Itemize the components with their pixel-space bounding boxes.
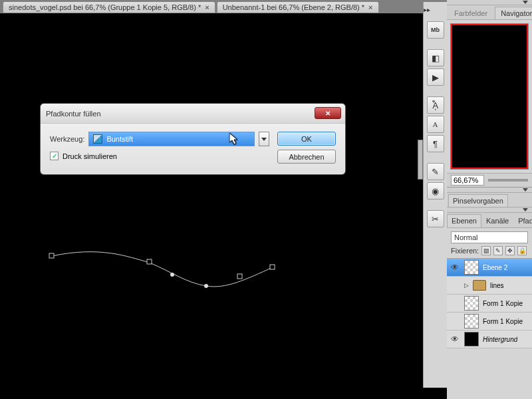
scrollbar[interactable] <box>418 140 423 180</box>
simulate-pressure-checkbox[interactable]: ✓ <box>50 152 59 160</box>
zoom-slider[interactable] <box>488 179 528 182</box>
visibility-icon[interactable] <box>450 298 460 309</box>
navigator-viewport-frame[interactable] <box>451 24 528 169</box>
layer-name: Form 1 Kopie <box>483 300 523 307</box>
document-tab-label: sinedots_vogel.psd bei 66,7% (Gruppe 1 K… <box>9 3 201 11</box>
swatches-tab[interactable]: Farbfelder <box>448 7 493 19</box>
svg-rect-1 <box>147 259 152 264</box>
layer-row[interactable]: ▷ lines <box>447 277 532 295</box>
layer-name: Ebene 2 <box>483 264 507 271</box>
paragraph-icon[interactable]: A <box>427 116 444 133</box>
dropdown-button[interactable] <box>259 132 269 146</box>
close-button[interactable]: ✕ <box>315 107 341 119</box>
svg-rect-2 <box>237 274 242 279</box>
document-tab-label: Unbenannt-1 bei 66,7% (Ebene 2, RGB/8) * <box>223 3 364 11</box>
visibility-icon[interactable]: 👁 <box>450 334 460 344</box>
navigator-zoom-row: 66,67% <box>447 173 532 188</box>
navigator-tab[interactable]: Navigator <box>495 7 532 19</box>
lock-transparency-icon[interactable]: ▨ <box>481 246 491 255</box>
panel-collapse-icon[interactable] <box>447 0 532 5</box>
dialog-titlebar[interactable]: Pfadkontur füllen ✕ <box>41 104 345 124</box>
brush-presets-tab[interactable]: Pinselvorgaben <box>448 194 508 207</box>
lock-row: Fixieren: ▨ ✎ ✥ 🔒 <box>447 245 532 259</box>
actions-icon[interactable]: ▶ <box>427 68 444 86</box>
minibridge-icon[interactable]: Mb <box>427 21 444 39</box>
ok-button[interactable]: OK <box>277 132 336 146</box>
collapsed-panel-strip: ▸▸ Mb ◧ ▶ ᾎ A ¶ ✎ ◉ ✂ <box>423 2 447 388</box>
navigator-preview[interactable] <box>447 20 532 173</box>
layers-panel-tabs: Ebenen Kanäle Pfade <box>447 213 532 228</box>
tool-presets-icon[interactable]: ✂ <box>427 210 444 227</box>
stroke-path-dialog: Pfadkontur füllen ✕ Werkzeug: Buntstift … <box>40 103 346 175</box>
svg-rect-0 <box>49 253 54 258</box>
lock-position-icon[interactable]: ✥ <box>505 246 515 255</box>
tool-select[interactable]: Buntstift <box>88 132 255 146</box>
folder-icon <box>473 280 486 291</box>
pencil-icon <box>93 134 102 144</box>
layer-row[interactable]: Form 1 Kopie <box>447 295 532 313</box>
svg-point-5 <box>204 284 208 288</box>
lock-pixels-icon[interactable]: ✎ <box>493 246 503 255</box>
layer-name: Form 1 Kopie <box>483 318 523 325</box>
clone-icon[interactable]: ◉ <box>427 182 444 200</box>
tool-select-value: Buntstift <box>106 135 133 143</box>
paths-tab[interactable]: Pfade <box>513 214 532 227</box>
layers-tab[interactable]: Ebenen <box>447 214 481 227</box>
svg-point-4 <box>170 273 174 277</box>
panel-collapse-icon[interactable] <box>447 188 532 193</box>
document-tab[interactable]: Unbenannt-1 bei 66,7% (Ebene 2, RGB/8) *… <box>217 1 379 13</box>
brush-icon[interactable]: ✎ <box>427 163 444 180</box>
tool-label: Werkzeug: <box>50 135 84 143</box>
simulate-pressure-label: Druck simulieren <box>63 152 117 160</box>
blend-mode-select[interactable]: Normal <box>451 231 528 243</box>
lock-all-icon[interactable]: 🔒 <box>517 246 527 255</box>
vector-path <box>40 226 293 306</box>
layer-row[interactable]: 👁 Ebene 2 <box>447 259 532 277</box>
canvas[interactable] <box>0 13 422 399</box>
expand-icon[interactable]: ▸▸ <box>424 4 430 15</box>
lock-label: Fixieren: <box>451 247 479 255</box>
history-icon[interactable]: ◧ <box>427 49 444 66</box>
visibility-icon[interactable] <box>450 280 460 291</box>
right-panel-group: Farbfelder Navigator 66,67% Pinselvorgab… <box>447 0 532 399</box>
channels-tab[interactable]: Kanäle <box>481 214 513 227</box>
svg-rect-3 <box>270 265 275 269</box>
close-icon[interactable]: × <box>205 3 209 11</box>
cancel-button[interactable]: Abbrechen <box>277 150 336 164</box>
zoom-value[interactable]: 66,67% <box>451 175 484 186</box>
character-icon[interactable]: ᾎ <box>427 96 444 114</box>
layer-thumbnail[interactable] <box>464 296 479 311</box>
layer-thumbnail[interactable] <box>464 314 479 329</box>
document-tab[interactable]: sinedots_vogel.psd bei 66,7% (Gruppe 1 K… <box>3 1 215 13</box>
visibility-icon[interactable]: 👁 <box>450 262 460 273</box>
dialog-title: Pfadkontur füllen <box>46 110 101 118</box>
layer-name: Hintergrund <box>483 336 517 343</box>
visibility-icon[interactable] <box>450 316 460 327</box>
paragraph2-icon[interactable]: ¶ <box>427 135 444 152</box>
panel-collapse-icon[interactable] <box>447 207 532 213</box>
navigator-panel-tabs: Farbfelder Navigator <box>447 5 532 20</box>
layer-row[interactable]: Form 1 Kopie <box>447 313 532 331</box>
folder-toggle-icon[interactable]: ▷ <box>464 282 469 289</box>
layer-thumbnail[interactable] <box>464 260 479 275</box>
close-icon[interactable]: × <box>368 3 372 11</box>
layer-name: lines <box>490 282 504 289</box>
layer-thumbnail[interactable] <box>464 332 479 346</box>
layer-row[interactable]: 👁 Hintergrund <box>447 331 532 348</box>
